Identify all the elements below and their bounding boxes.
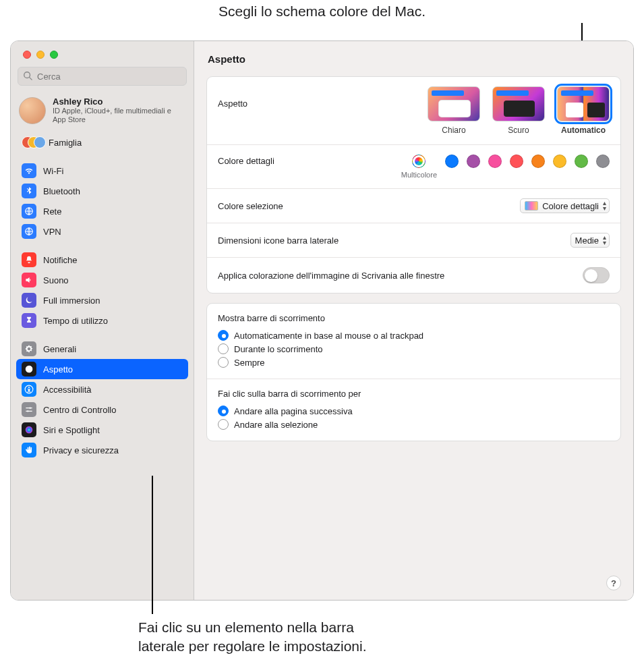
sidebar-item-bluetooth[interactable]: Bluetooth xyxy=(16,181,188,201)
account-name: Ashley Rico xyxy=(53,96,185,107)
zoom-window[interactable] xyxy=(50,51,58,59)
scrollclick-group: Fai clic sulla barra di scorrimento per … xyxy=(207,379,620,441)
search-input[interactable] xyxy=(18,67,187,86)
scrollclick-option[interactable]: Andare alla selezione xyxy=(218,418,610,431)
scrollbars-option[interactable]: Durante lo scorrimento xyxy=(218,342,610,356)
chevron-updown-icon: ▴▾ xyxy=(603,235,606,246)
sidebar-item-rete[interactable]: Rete xyxy=(16,201,188,221)
sidebar-item-label: Tempo di utilizzo xyxy=(43,316,108,326)
sidebar-item-label: Wi-Fi xyxy=(43,166,63,176)
sidebar-item-vpn[interactable]: VPN xyxy=(16,221,188,242)
globe-icon xyxy=(22,204,36,219)
sidebar-item-label: Bluetooth xyxy=(43,186,80,196)
radio-label: Sempre xyxy=(234,358,265,368)
family-icon xyxy=(22,135,43,150)
accent-row: Colore dettagli Multicolore xyxy=(207,145,620,189)
gear-icon xyxy=(22,341,36,356)
help-button[interactable]: ? xyxy=(606,576,621,590)
theme-option-light[interactable]: Chiaro xyxy=(428,86,480,135)
highlight-label: Colore selezione xyxy=(218,201,283,211)
accent-swatch-purple[interactable] xyxy=(467,155,480,168)
sidebar-icon-size-row: Dimensioni icone barra laterale Medie ▴▾ xyxy=(207,223,620,258)
accent-label: Colore dettagli xyxy=(218,155,274,166)
window-controls xyxy=(11,41,194,65)
appearance-row: Aspetto ChiaroScuroAutomatico xyxy=(207,77,620,145)
scrollbars-title: Mostra barre di scorrimento xyxy=(218,313,610,323)
appearance-panel: Aspetto ChiaroScuroAutomatico Colore det… xyxy=(206,76,621,294)
theme-thumb-auto xyxy=(557,86,610,121)
scroll-panel: Mostra barre di scorrimento Automaticame… xyxy=(206,303,621,441)
siri-icon xyxy=(22,422,36,437)
scrollbars-option[interactable]: Sempre xyxy=(218,356,610,369)
accent-swatch-green[interactable] xyxy=(575,155,588,168)
accent-swatch-yellow[interactable] xyxy=(553,155,566,168)
wifi-icon xyxy=(22,163,36,178)
theme-thumb-dark xyxy=(492,86,545,121)
accent-swatch-multi[interactable] xyxy=(412,155,426,168)
sidebar-item-privacy[interactable]: Privacy e sicurezza xyxy=(16,440,188,460)
main-pane: Aspetto Aspetto ChiaroScuroAutomatico Co… xyxy=(194,41,633,600)
scrollclick-title: Fai clic sulla barra di scorrimento per xyxy=(218,389,610,399)
wallpaper-tint-row: Applica colorazione dell'immagine di Scr… xyxy=(207,258,620,293)
accent-swatch-red[interactable] xyxy=(510,155,523,168)
chevron-updown-icon: ▴▾ xyxy=(603,200,606,211)
callout-bottom: Fai clic su un elemento nella barralater… xyxy=(138,618,367,657)
radio-label: Andare alla pagina successiva xyxy=(234,406,353,416)
radio-label: Andare alla selezione xyxy=(234,420,318,430)
svg-point-9 xyxy=(26,426,33,434)
speaker-icon xyxy=(22,273,36,287)
accent-swatch-blue[interactable] xyxy=(445,155,459,168)
theme-label: Scuro xyxy=(508,126,529,135)
sidebar-item-label: Accessibilità xyxy=(43,385,92,395)
sidebar-icon-size-popup[interactable]: Medie ▴▾ xyxy=(570,233,610,248)
sidebar-item-label: Aspetto xyxy=(43,364,73,374)
settings-window: Ashley Rico ID Apple, iCloud+, file mult… xyxy=(10,40,634,601)
accent-swatch-pink[interactable] xyxy=(488,155,502,168)
sidebar-item-accessibilita[interactable]: Accessibilità xyxy=(16,379,188,399)
bell-icon xyxy=(22,252,36,267)
sidebar-item-wifi[interactable]: Wi-Fi xyxy=(16,161,188,181)
accent-swatch-gray[interactable] xyxy=(596,155,610,168)
sidebar: Ashley Rico ID Apple, iCloud+, file mult… xyxy=(11,41,194,600)
bluetooth-icon xyxy=(22,184,36,198)
highlight-row: Colore selezione Colore dettagli ▴▾ xyxy=(207,189,620,223)
search-field[interactable] xyxy=(18,67,187,86)
highlight-popup[interactable]: Colore dettagli ▴▾ xyxy=(520,198,610,213)
svg-point-7 xyxy=(30,408,31,409)
apple-id-row[interactable]: Ashley Rico ID Apple, iCloud+, file mult… xyxy=(11,92,194,128)
sidebar-item-label: Notifiche xyxy=(43,255,78,265)
contrast-icon xyxy=(22,362,36,377)
wallpaper-tint-toggle[interactable] xyxy=(583,267,610,283)
sidebar-item-label: Rete xyxy=(43,206,61,217)
sidebar-item-label: Siri e Spotlight xyxy=(43,425,100,435)
highlight-value: Colore dettagli xyxy=(542,201,599,211)
scrollclick-option[interactable]: Andare alla pagina successiva xyxy=(218,404,610,418)
radio-icon xyxy=(218,357,229,368)
sidebar-item-label: VPN xyxy=(43,227,61,237)
theme-option-auto[interactable]: Automatico xyxy=(557,86,610,135)
sidebar-nav: Wi-FiBluetoothReteVPNNotificheSuonoFull … xyxy=(11,161,194,600)
family-label: Famiglia xyxy=(49,138,82,148)
sidebar-item-centrocontrollo[interactable]: Centro di Controllo xyxy=(16,399,188,420)
sidebar-item-suono[interactable]: Suono xyxy=(16,270,188,290)
sidebar-icon-size-label: Dimensioni icone barra laterale xyxy=(218,235,339,246)
minimize-window[interactable] xyxy=(36,51,45,59)
sidebar-item-fullimmersion[interactable]: Full immersion xyxy=(16,290,188,310)
sidebar-item-label: Privacy e sicurezza xyxy=(43,445,119,455)
sidebar-item-generali[interactable]: Generali xyxy=(16,339,188,359)
theme-option-dark[interactable]: Scuro xyxy=(492,86,545,135)
sidebar-item-family[interactable]: Famiglia xyxy=(19,131,185,154)
radio-label: Automaticamente in base al mouse o al tr… xyxy=(234,331,423,341)
callout-line xyxy=(152,476,153,614)
scrollbars-option[interactable]: Automaticamente in base al mouse o al tr… xyxy=(218,329,610,342)
sliders-icon xyxy=(22,402,36,417)
close-window[interactable] xyxy=(23,51,31,59)
sidebar-item-siri[interactable]: Siri e Spotlight xyxy=(16,420,188,440)
sidebar-icon-size-value: Medie xyxy=(575,235,599,246)
accent-swatch-orange[interactable] xyxy=(531,155,545,168)
sidebar-item-tempo[interactable]: Tempo di utilizzo xyxy=(16,310,188,331)
sidebar-item-notifiche[interactable]: Notifiche xyxy=(16,250,188,270)
hand-icon xyxy=(22,443,36,457)
globe-icon xyxy=(22,224,36,239)
sidebar-item-aspetto[interactable]: Aspetto xyxy=(16,359,188,379)
